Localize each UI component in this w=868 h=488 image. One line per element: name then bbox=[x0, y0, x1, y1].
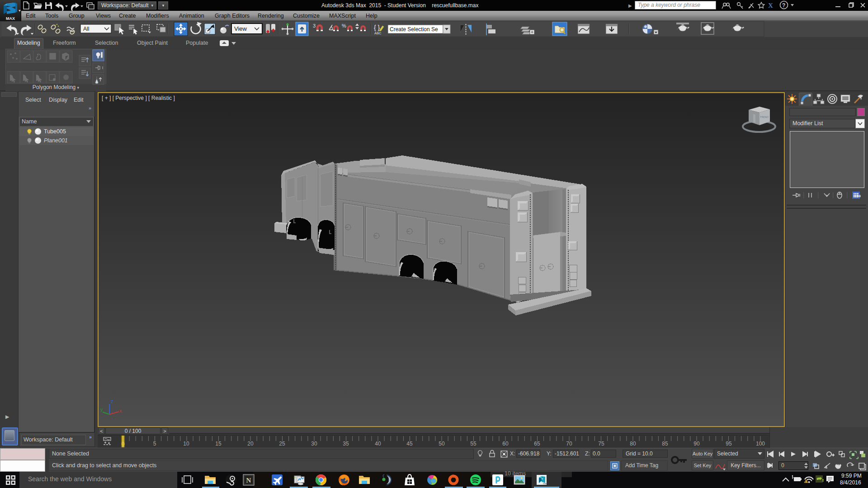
svg-text:MAX: MAX bbox=[6, 16, 15, 21]
svg-text:70: 70 bbox=[566, 441, 572, 447]
svg-text:x: x bbox=[119, 408, 122, 413]
svg-text:20: 20 bbox=[247, 441, 254, 447]
svg-text:max: max bbox=[543, 483, 547, 485]
svg-text:45: 45 bbox=[406, 441, 413, 447]
svg-text:FRONT: FRONT bbox=[760, 116, 769, 119]
svg-text:55: 55 bbox=[470, 441, 476, 447]
svg-text:3: 3 bbox=[313, 23, 316, 28]
svg-text:100: 100 bbox=[756, 441, 765, 447]
svg-text:ABC: ABC bbox=[374, 31, 382, 35]
svg-text:80: 80 bbox=[630, 441, 636, 447]
svg-text:!: ! bbox=[822, 478, 824, 483]
svg-text:10: 10 bbox=[183, 441, 189, 447]
svg-text:Create Selection Se: Create Selection Se bbox=[390, 26, 438, 33]
svg-text:30: 30 bbox=[311, 441, 317, 447]
svg-text:z: z bbox=[111, 399, 113, 404]
svg-text:N: N bbox=[246, 477, 251, 484]
svg-text:y: y bbox=[100, 407, 103, 412]
svg-text:25: 25 bbox=[279, 441, 285, 447]
svg-text:X: X bbox=[768, 2, 773, 9]
svg-text:85: 85 bbox=[662, 441, 668, 447]
svg-text:95: 95 bbox=[726, 441, 732, 447]
svg-text:{ }: { } bbox=[374, 24, 380, 31]
svg-text:!: ! bbox=[805, 480, 807, 484]
svg-text:50: 50 bbox=[439, 441, 445, 447]
svg-text:15: 15 bbox=[215, 441, 222, 447]
svg-text:?: ? bbox=[782, 2, 785, 9]
svg-text:60: 60 bbox=[502, 441, 509, 447]
svg-text:35: 35 bbox=[343, 441, 349, 447]
svg-text:40: 40 bbox=[375, 441, 381, 447]
svg-text:5: 5 bbox=[153, 441, 156, 447]
svg-text:View: View bbox=[234, 25, 247, 32]
svg-text:0: 0 bbox=[122, 441, 125, 447]
svg-text:75: 75 bbox=[598, 441, 604, 447]
svg-text:All: All bbox=[83, 26, 89, 32]
svg-text:90: 90 bbox=[693, 441, 700, 447]
svg-text:%: % bbox=[342, 23, 346, 28]
svg-text:65: 65 bbox=[534, 441, 540, 447]
